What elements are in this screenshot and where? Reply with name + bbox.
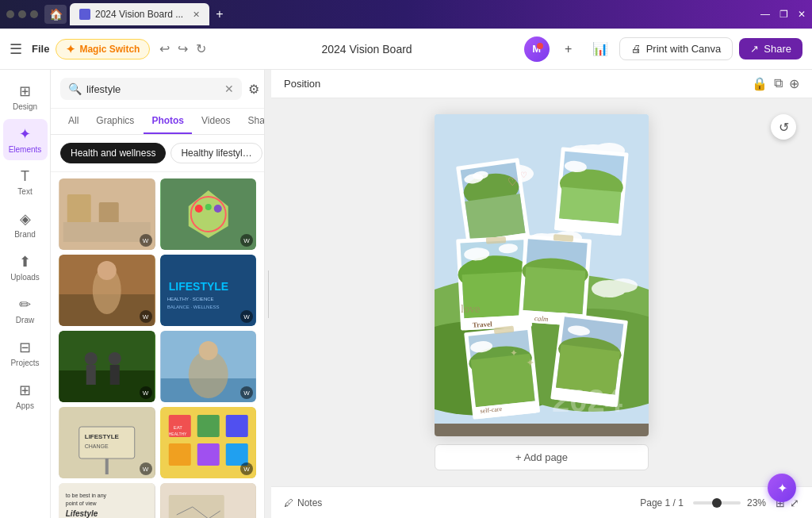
share-button[interactable]: ↗ Share — [739, 38, 802, 59]
svg-rect-34 — [197, 415, 219, 437]
svg-text:point of view: point of view — [66, 501, 98, 507]
svg-rect-3 — [63, 222, 151, 242]
share-icon: ↗ — [750, 43, 759, 55]
canvas-scroll[interactable]: ↺ — [271, 98, 812, 486]
sidebar-item-label: Text — [17, 187, 32, 196]
help-button[interactable]: ✦ — [768, 474, 796, 502]
notes-button[interactable]: 🖊 Notes — [284, 497, 322, 508]
photo-cell[interactable]: LIFESTYLE CHANGE W — [59, 407, 155, 478]
tab-all[interactable]: All — [60, 109, 86, 134]
search-input[interactable] — [86, 83, 220, 95]
zoom-slider-wrap[interactable] — [693, 501, 741, 505]
svg-rect-28 — [79, 427, 135, 459]
undo-redo-group: ↩ ↪ ↻ — [156, 38, 209, 59]
sidebar-item-projects[interactable]: ⊟ Projects — [3, 332, 48, 374]
redo-button[interactable]: ↪ — [174, 38, 191, 59]
photo-cell[interactable]: W — [160, 178, 257, 250]
svg-point-6 — [194, 205, 202, 213]
add-page-button[interactable]: + Add page — [435, 444, 649, 470]
photo-grid: W W — [51, 172, 264, 518]
search-clear-icon[interactable]: ✕ — [224, 82, 234, 95]
svg-text:Travel: Travel — [473, 320, 493, 328]
search-bar: 🔍 ✕ ⚙ — [51, 70, 264, 109]
zoom-thumb — [712, 498, 722, 508]
svg-point-19 — [85, 352, 98, 365]
search-input-wrap[interactable]: 🔍 ✕ — [60, 78, 242, 100]
svg-text:✦: ✦ — [510, 347, 518, 359]
refresh-canvas-button[interactable]: ↺ — [771, 114, 796, 140]
home-tab-icon[interactable]: 🏠 — [44, 5, 67, 24]
print-with-canva-button[interactable]: 🖨 Print with Canva — [619, 37, 733, 60]
undo-button[interactable]: ↩ — [156, 38, 173, 59]
photo-cell[interactable]: LIFESTYLE HEALTHY · SCIENCE BALANCE · WE… — [160, 255, 257, 326]
tab-close-icon[interactable]: ✕ — [193, 10, 200, 20]
vision-board-scene: nourish — [435, 114, 649, 424]
tab-shapes[interactable]: Shape — [240, 109, 265, 134]
refresh-button[interactable]: ↻ — [193, 38, 209, 59]
svg-point-8 — [213, 205, 221, 213]
maximize-button[interactable]: ❐ — [779, 9, 788, 20]
active-tab[interactable]: 2024 Vision Board ... ✕ — [70, 3, 209, 25]
vision-board-canvas[interactable]: nourish — [435, 114, 649, 436]
photo-cell[interactable]: to be best in any point of view Lifestyl… — [59, 483, 155, 518]
resize-handle[interactable] — [265, 70, 271, 518]
notes-icon: 🖊 — [284, 497, 293, 508]
svg-rect-21 — [86, 365, 96, 385]
toolbar-actions: M + 📊 🖨 Print with Canva ↗ Share — [524, 36, 802, 62]
sidebar-item-elements[interactable]: ✦ Elements — [3, 119, 48, 160]
sidebar-item-label: Projects — [10, 359, 39, 367]
premium-badge: W — [240, 310, 253, 323]
sidebar-item-design[interactable]: ⊞ Design — [3, 76, 48, 117]
premium-badge: W — [140, 386, 152, 399]
avatar-group: M — [524, 36, 550, 62]
add-user-button[interactable]: + — [556, 36, 581, 62]
menu-button[interactable]: ☰ — [10, 40, 22, 58]
file-menu[interactable]: File — [32, 43, 49, 55]
left-sidebar-icons: ⊞ Design ✦ Elements T Text ◈ Brand ⬆ Upl… — [0, 70, 51, 518]
premium-badge: W — [140, 462, 152, 475]
tab-photos[interactable]: Photos — [144, 109, 192, 134]
photo-cell[interactable]: W — [59, 255, 155, 326]
filter-button[interactable]: ⚙ — [248, 82, 259, 97]
new-tab-button[interactable]: + — [216, 7, 223, 21]
sidebar-item-brand[interactable]: ◈ Brand — [3, 204, 48, 245]
sidebar-item-text[interactable]: T Text — [3, 162, 48, 202]
analytics-button[interactable]: 📊 — [588, 36, 613, 62]
elements-icon: ✦ — [19, 125, 31, 143]
svg-rect-22 — [110, 365, 120, 385]
sidebar-item-label: Draw — [16, 316, 34, 324]
user-avatar[interactable]: M — [524, 36, 550, 62]
svg-text:CHANGE: CHANGE — [85, 443, 109, 449]
lock-icon[interactable]: 🔒 — [752, 76, 768, 91]
photo-cell[interactable]: EAT HEALTHY W — [160, 407, 257, 478]
sidebar-item-apps[interactable]: ⊞ Apps — [3, 375, 48, 416]
svg-rect-37 — [197, 443, 219, 466]
svg-text:2024: 2024 — [552, 383, 623, 418]
close-button[interactable]: ✕ — [798, 9, 806, 20]
sidebar-item-label: Design — [13, 102, 37, 111]
tab-title: 2024 Vision Board ... — [95, 9, 183, 20]
duplicate-icon[interactable]: ⧉ — [774, 76, 783, 91]
magic-switch-button[interactable]: ✦ Magic Switch — [56, 39, 150, 59]
sidebar-item-draw[interactable]: ✏ Draw — [3, 290, 48, 331]
photo-cell[interactable]: W — [160, 331, 257, 402]
tab-videos[interactable]: Videos — [193, 109, 238, 134]
tab-graphics[interactable]: Graphics — [88, 109, 142, 134]
document-title[interactable]: 2024 Vision Board — [321, 43, 412, 56]
svg-point-7 — [205, 204, 211, 210]
minimize-button[interactable]: — — [760, 9, 770, 20]
sidebar-item-uploads[interactable]: ⬆ Uploads — [3, 247, 48, 288]
svg-text:Lifestyle: Lifestyle — [66, 509, 98, 518]
svg-text:BALANCE · WELLNESS: BALANCE · WELLNESS — [167, 305, 219, 309]
add-element-icon[interactable]: ⊕ — [789, 76, 799, 91]
refresh-icon: ↺ — [779, 120, 789, 135]
tag-chip-healthy[interactable]: Healthy lifestyl… — [170, 143, 262, 163]
premium-badge: W — [240, 234, 253, 247]
svg-rect-35 — [225, 415, 247, 437]
tag-chip-health[interactable]: Health and wellness — [60, 143, 166, 163]
photo-cell[interactable]: W — [160, 483, 257, 518]
zoom-slider[interactable] — [693, 501, 741, 505]
photo-cell[interactable]: W — [59, 331, 155, 402]
zoom-percent: 23% — [747, 497, 766, 508]
photo-cell[interactable]: W — [59, 178, 155, 250]
